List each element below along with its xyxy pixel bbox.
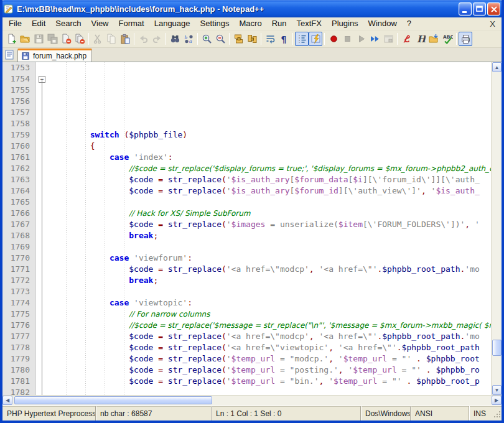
menu-view[interactable]: View (86, 17, 114, 30)
sync-horizontal-icon[interactable] (245, 32, 259, 46)
scroll-up-arrow[interactable]: ▲ (492, 62, 502, 72)
minimize-button[interactable] (459, 2, 472, 16)
word-wrap-icon[interactable] (263, 32, 277, 46)
resize-grip[interactable] (492, 409, 502, 421)
code-area[interactable]: switch ($phpbb_file) { case 'index': //$… (49, 62, 491, 395)
code-line[interactable]: $code = str_replace('$images = unseriali… (51, 219, 491, 230)
close-document-button[interactable]: X (483, 19, 502, 29)
line-number[interactable]: 1758 (2, 118, 30, 129)
view-html-icon[interactable]: H (413, 32, 427, 46)
close-button[interactable] (487, 2, 500, 16)
line-number[interactable]: 1778 (2, 342, 30, 353)
line-number[interactable]: 1762 (2, 163, 30, 174)
zoom-in-icon[interactable] (200, 32, 213, 46)
line-number[interactable]: 1763 (2, 174, 30, 185)
line-number[interactable]: 1774 (2, 297, 30, 309)
close-all-icon[interactable] (73, 32, 86, 46)
macro-record-icon[interactable] (327, 32, 340, 46)
code-line[interactable]: $code = str_replace('$temp_url = "postin… (51, 365, 491, 376)
line-number[interactable]: 1775 (2, 309, 30, 320)
spell-check-icon[interactable]: ABC (441, 32, 454, 46)
menu-help[interactable]: ? (402, 17, 416, 30)
line-number[interactable]: 1755 (2, 85, 30, 96)
code-line[interactable]: case 'viewforum': (51, 253, 491, 264)
copy-icon[interactable] (105, 32, 118, 46)
new-file-icon[interactable] (4, 32, 18, 46)
code-line[interactable]: $code = str_replace('$is_auth_ary[$forum… (51, 185, 491, 197)
macro-play-multiple-icon[interactable] (368, 32, 381, 46)
plugin-script-icon[interactable] (399, 32, 413, 46)
find-icon[interactable] (168, 32, 182, 46)
line-number[interactable]: 1771 (2, 264, 30, 275)
line-number[interactable]: 1776 (2, 320, 30, 331)
code-line[interactable]: //$code = str_replace('$display_forums =… (51, 163, 491, 174)
open-session-icon[interactable] (427, 32, 441, 46)
function-highlight-icon[interactable] (309, 32, 322, 46)
sync-vertical-icon[interactable] (231, 32, 245, 46)
redo-icon[interactable] (150, 32, 164, 46)
line-number[interactable]: 1764 (2, 185, 30, 197)
macro-play-icon[interactable] (354, 32, 368, 46)
macro-save-icon[interactable] (381, 32, 395, 46)
menu-file[interactable]: File (4, 17, 27, 30)
code-line[interactable] (51, 387, 491, 395)
paste-icon[interactable] (118, 32, 132, 46)
line-number[interactable]: 1767 (2, 219, 30, 230)
code-line[interactable]: //$code = str_replace('$message = str_re… (51, 320, 491, 331)
line-number[interactable]: 1769 (2, 241, 30, 253)
print-icon[interactable] (459, 32, 472, 46)
code-line[interactable]: switch ($phpbb_file) (51, 129, 491, 141)
line-number[interactable]: 1768 (2, 230, 30, 241)
line-number[interactable]: 1780 (2, 365, 30, 376)
indent-guide-icon[interactable] (295, 32, 309, 46)
fold-margin[interactable]: − (36, 62, 49, 395)
code-line[interactable]: // For narrow columns (51, 309, 491, 320)
menu-edit[interactable]: Edit (27, 17, 50, 30)
code-line[interactable]: case 'viewtopic': (51, 297, 491, 309)
vertical-scrollbar[interactable]: ▲ ▼ (491, 62, 502, 395)
tab-forum-hack-php[interactable]: forum_hack.php (17, 49, 92, 62)
horizontal-scroll-thumb[interactable] (14, 396, 212, 404)
line-number[interactable]: 1772 (2, 275, 30, 286)
scroll-left-arrow[interactable]: ◀ (2, 396, 12, 405)
replace-icon[interactable]: ba (182, 32, 195, 46)
line-number[interactable]: 1765 (2, 197, 30, 208)
code-line[interactable]: break; (51, 275, 491, 286)
menu-macro[interactable]: Macro (235, 17, 267, 30)
menu-settings[interactable]: Settings (195, 17, 235, 30)
save-all-icon[interactable] (45, 32, 59, 46)
line-number[interactable]: 1766 (2, 208, 30, 219)
code-line[interactable]: // Hack for XS/ Simple SubForum (51, 208, 491, 219)
line-number[interactable]: 1759 (2, 129, 30, 141)
title-bar[interactable]: E:\mxBB\head\mx_phpbb\includes\forum_hac… (0, 0, 504, 17)
code-line[interactable]: $code = str_replace('$temp_url = "modcp.… (51, 353, 491, 365)
code-line[interactable]: case 'index': (51, 152, 491, 163)
menu-plugins[interactable]: Plugins (327, 17, 363, 30)
macro-stop-icon[interactable] (340, 32, 354, 46)
code-line[interactable]: break; (51, 230, 491, 241)
code-line[interactable]: { (51, 141, 491, 152)
scroll-right-arrow[interactable]: ▶ (492, 396, 502, 405)
line-number[interactable]: 1770 (2, 253, 30, 264)
menu-textfx[interactable]: TextFX (292, 17, 327, 30)
vertical-scroll-thumb[interactable] (492, 340, 502, 356)
code-line[interactable]: $code = str_replace('<a href=\"viewtopic… (51, 342, 491, 353)
menu-format[interactable]: Format (114, 17, 149, 30)
line-number[interactable]: 1782 (2, 387, 30, 395)
code-line[interactable]: $code = str_replace('<a href=\"modcp', '… (51, 264, 491, 275)
undo-icon[interactable] (136, 32, 150, 46)
cut-icon[interactable] (91, 32, 105, 46)
code-line[interactable] (51, 286, 491, 297)
line-number[interactable]: 1781 (2, 376, 30, 387)
line-number[interactable]: 1773 (2, 286, 30, 297)
document-list-icon[interactable] (4, 49, 16, 60)
menu-search[interactable]: Search (50, 17, 86, 30)
code-line[interactable]: $code = str_replace('<a href=\"modcp', '… (51, 331, 491, 342)
line-number-gutter[interactable]: 1753175417551756175717581759176017611762… (2, 62, 36, 395)
show-all-characters-icon[interactable]: ¶ (277, 32, 291, 46)
code-line[interactable] (51, 241, 491, 253)
line-number[interactable]: 1777 (2, 331, 30, 342)
menu-window[interactable]: Window (363, 17, 402, 30)
save-file-icon[interactable] (32, 32, 45, 46)
code-line[interactable]: $code = str_replace('$is_auth_ary[$forum… (51, 174, 491, 185)
